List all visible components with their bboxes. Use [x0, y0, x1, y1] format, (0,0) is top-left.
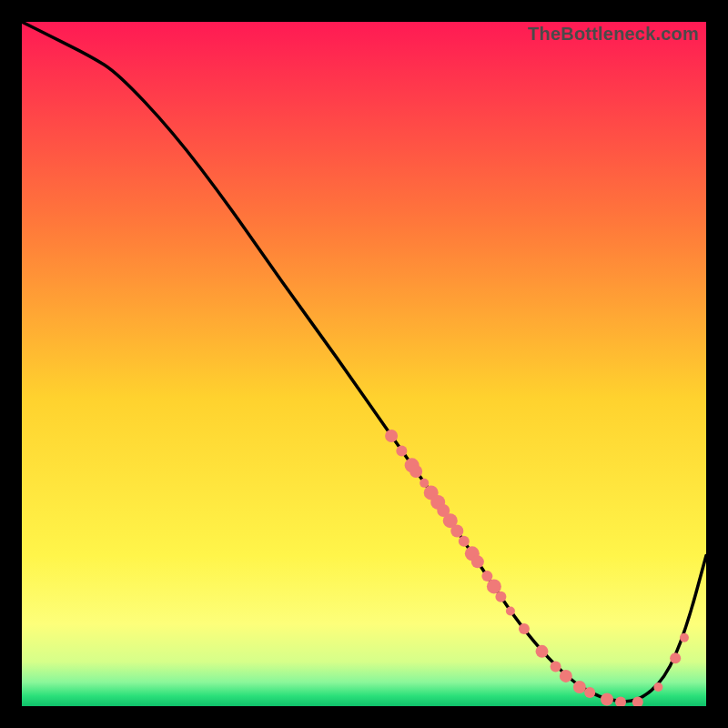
data-marker — [450, 524, 463, 537]
data-marker — [680, 633, 689, 642]
data-marker — [420, 479, 429, 488]
watermark-label: TheBottleneck.com — [528, 24, 699, 45]
data-marker — [396, 446, 407, 457]
data-marker — [653, 682, 662, 692]
data-marker — [506, 606, 515, 615]
data-marker — [410, 465, 422, 478]
data-marker — [573, 681, 586, 693]
data-marker — [519, 623, 530, 634]
data-marker — [551, 661, 561, 672]
data-marker — [560, 670, 572, 682]
data-marker — [459, 536, 470, 547]
data-marker — [601, 693, 613, 705]
data-marker — [536, 645, 549, 658]
chart-frame: TheBottleneck.com — [22, 22, 706, 706]
data-marker — [385, 430, 398, 442]
data-marker — [670, 652, 681, 663]
data-marker — [584, 687, 595, 698]
chart-canvas — [22, 22, 706, 706]
gradient-background — [22, 22, 706, 706]
data-marker — [495, 592, 506, 602]
data-marker — [471, 555, 484, 568]
